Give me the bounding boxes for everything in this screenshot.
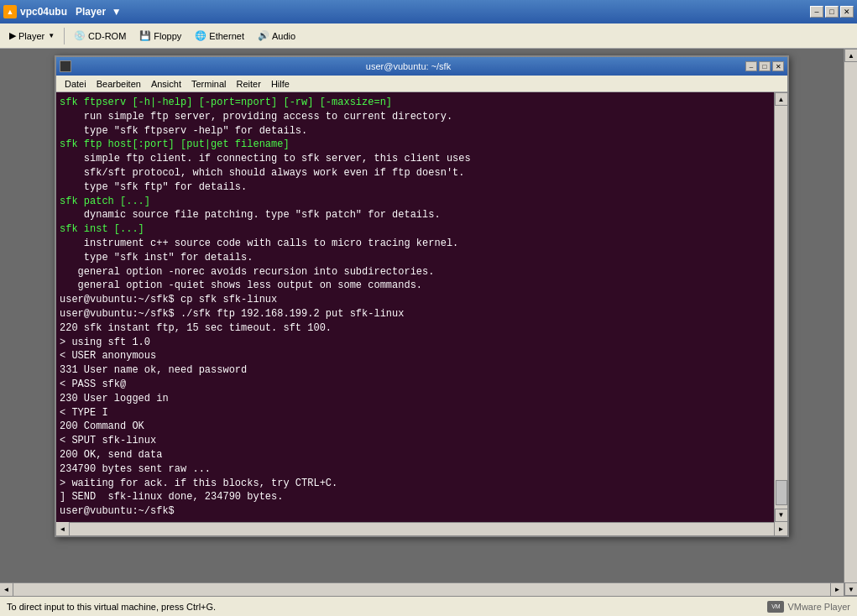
terminal-line: < SPUT sfk-linux [60,434,771,448]
audio-button[interactable]: 🔊 Audio [252,26,301,46]
menu-hilfe[interactable]: Hilfe [266,78,295,90]
terminal-line: > using sft 1.0 [60,336,771,350]
terminal-window: user@vubuntu: ~/sfk – □ ✕ Datei Bearbeit… [55,55,789,537]
terminal-line: sfk patch [...] [60,195,771,209]
title-bar: ▲ vpc04ubu Player ▼ – □ ✕ [0,0,857,23]
menu-terminal[interactable]: Terminal [186,78,232,90]
player-dropdown-arrow: ▼ [48,32,55,39]
main-scroll-up[interactable]: ▲ [844,49,857,62]
title-bar-text: vpc04ubu Player ▼ [20,6,810,18]
floppy-button[interactable]: 💾 Floppy [133,26,187,46]
terminal-line: sfk inst [...] [60,222,771,237]
main-v-scrollbar: ▲ ▼ [844,49,857,596]
minimize-button[interactable]: – [810,6,823,18]
terminal-line: 331 User name ok, need password [60,363,771,378]
floppy-icon: 💾 [139,30,151,41]
player-label: Player [76,6,106,18]
menu-datei[interactable]: Datei [60,78,91,90]
terminal-line: type "sfk ftpserv -help" for details. [60,124,771,138]
close-button[interactable]: ✕ [840,6,854,18]
menu-reiter[interactable]: Reiter [232,78,266,90]
player-icon: ▶ [9,30,16,41]
window-title: vpc04ubu [20,6,67,18]
main-scroll-left[interactable]: ◄ [0,583,13,597]
terminal-line: type "sfk ftp" for details. [60,180,771,195]
main-h-scrollbar: ◄ ► [0,582,844,596]
terminal-line: general option -norec avoids recursion i… [60,265,771,279]
terminal-line: sfk ftp host[:port] [put|get filename] [60,138,771,152]
terminal-line: user@vubuntu:~/sfk$ ./sfk ftp 192.168.19… [60,307,771,321]
terminal-maximize[interactable]: □ [759,61,771,71]
ethernet-icon: 🌐 [195,30,206,41]
menu-bearbeiten[interactable]: Bearbeiten [91,78,146,90]
terminal-line: < USER anonymous [60,349,771,363]
vmware-logo: VM VMware Player [767,601,850,613]
scroll-track [775,106,787,509]
terminal-line: 230 User logged in [60,392,771,406]
terminal-content: sfk ftpserv [-h|-help] [-port=nport] [-r… [56,92,787,522]
floppy-label: Floppy [154,31,181,41]
terminal-line: 200 OK, send data [60,448,771,462]
terminal-line: general option -quiet shows less output … [60,279,771,293]
cdrom-icon: 💿 [74,30,86,41]
terminal-line: 234790 bytes sent raw ... [60,462,771,477]
terminal-window-icon [60,60,71,72]
terminal-line: sfk/sft protocol, which should always wo… [60,166,771,180]
terminal-text[interactable]: sfk ftpserv [-h|-help] [-port=nport] [-r… [56,92,774,522]
main-scroll-down[interactable]: ▼ [844,582,857,596]
cdrom-label: CD-ROM [88,31,126,41]
ethernet-button[interactable]: 🌐 Ethernet [189,26,250,46]
terminal-line: instrument c++ source code with calls to… [60,237,771,251]
vmware-logo-icon: VM [767,601,784,613]
ethernet-label: Ethernet [209,31,244,41]
main-scroll-track [13,583,830,596]
h-scroll-track [70,523,774,535]
menu-ansicht[interactable]: Ansicht [146,78,186,90]
scroll-down-button[interactable]: ▼ [775,509,788,522]
player-menu[interactable]: ▶ Player ▼ [3,26,60,46]
audio-label: Audio [272,31,295,41]
scroll-up-button[interactable]: ▲ [775,92,788,106]
terminal-line: user@vubuntu:~/sfk$ [60,504,771,519]
h-scroll-right[interactable]: ► [774,522,787,535]
app-icon: ▲ [3,5,17,18]
terminal-scrollbar[interactable]: ▲ ▼ [774,92,787,522]
player-label: Player [18,31,44,41]
terminal-line: dynamic source file patching. type "sfk … [60,208,771,222]
terminal-line: sfk ftpserv [-h|-help] [-port=nport] [-r… [60,96,771,110]
terminal-line: < PASS sfk@ [60,378,771,392]
terminal-close[interactable]: ✕ [772,61,784,71]
terminal-line: 220 sfk instant ftp, 15 sec timeout. sft… [60,321,771,336]
terminal-menu: Datei Bearbeiten Ansicht Terminal Reiter… [56,76,787,92]
maximize-button[interactable]: □ [825,6,839,18]
terminal-title-bar: user@vubuntu: ~/sfk – □ ✕ [56,57,787,76]
terminal-line: run simple ftp server, providing access … [60,110,771,124]
main-scroll-track-v [844,62,857,582]
terminal-line: simple ftp client. if connecting to sfk … [60,152,771,166]
status-message: To direct input to this virtual machine,… [7,602,216,612]
status-bar: To direct input to this virtual machine,… [0,596,857,616]
terminal-line: > waiting for ack. if this blocks, try C… [60,477,771,491]
terminal-line: type "sfk inst" for details. [60,251,771,265]
terminal-line: < TYPE I [60,406,771,420]
main-area: user@vubuntu: ~/sfk – □ ✕ Datei Bearbeit… [0,49,844,582]
main-scroll-right[interactable]: ► [830,583,844,597]
toolbar: ▶ Player ▼ 💿 CD-ROM 💾 Floppy 🌐 Ethernet … [0,23,857,49]
terminal-line: ] SEND sfk-linux done, 234790 bytes. [60,490,771,504]
vmware-logo-text: VMware Player [787,602,850,612]
audio-icon: 🔊 [258,30,269,41]
h-scroll-left[interactable]: ◄ [56,522,70,535]
toolbar-sep-1 [64,28,65,44]
cdrom-button[interactable]: 💿 CD-ROM [68,26,132,46]
h-scrollbar: ◄ ► [56,522,787,535]
vmware-window: ▲ vpc04ubu Player ▼ – □ ✕ ▶ Player ▼ 💿 C… [0,0,857,616]
window-controls: – □ ✕ [810,6,854,18]
terminal-window-controls: – □ ✕ [745,61,784,71]
terminal-title: user@vubuntu: ~/sfk [75,61,742,71]
terminal-line: user@vubuntu:~/sfk$ cp sfk sfk-linux [60,293,771,307]
terminal-minimize[interactable]: – [745,61,757,71]
scroll-thumb[interactable] [776,480,787,505]
terminal-line: 200 Command OK [60,420,771,434]
